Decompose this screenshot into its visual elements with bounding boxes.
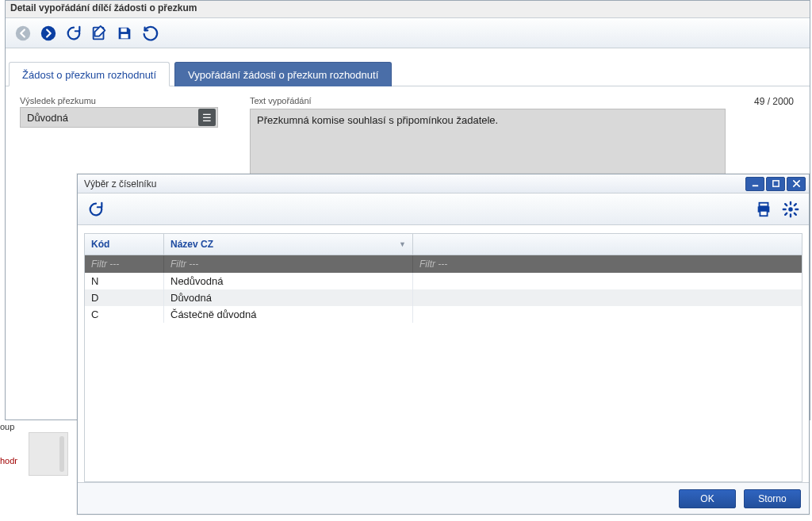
print-button[interactable] (753, 199, 774, 220)
maximize-button[interactable] (766, 177, 785, 191)
table-row[interactable]: D Důvodná (85, 289, 802, 306)
grid-body: N Nedůvodná D Důvodná C Částečně důvodná (85, 273, 802, 481)
main-toolbar (6, 18, 810, 48)
result-label: Výsledek přezkumu (20, 96, 218, 105)
text-field-group: Text vypořádání 49 / 2000 Přezkumná komi… (250, 96, 795, 175)
cell-name: Částečně důvodná (164, 306, 413, 323)
cell-blank (413, 273, 802, 289)
close-button[interactable] (787, 177, 806, 191)
dialog-footer: OK Storno (78, 482, 809, 514)
undo-button[interactable] (139, 22, 161, 44)
background-fragment: hodn (0, 456, 17, 467)
tab-strip: Žádost o přezkum rozhodnutí Vypořádání ž… (6, 61, 810, 86)
column-header-name-label: Název CZ (170, 239, 213, 250)
tab-settlement[interactable]: Vypořádání žádosti o přezkum rozhodnutí (174, 62, 392, 86)
result-field[interactable]: Důvodná ☰ (20, 107, 218, 128)
svg-rect-9 (760, 210, 767, 215)
minimize-button[interactable] (745, 177, 764, 191)
forward-button[interactable] (37, 22, 59, 44)
svg-point-10 (788, 207, 793, 212)
back-button[interactable] (12, 22, 34, 44)
svg-rect-4 (121, 33, 128, 37)
cell-code: C (85, 306, 164, 323)
table-row[interactable]: N Nedůvodná (85, 273, 802, 289)
svg-rect-6 (772, 181, 778, 186)
filter-row: Filtr --- Filtr --- Filtr --- (85, 255, 802, 273)
filter-name-input[interactable]: Filtr --- (164, 255, 413, 273)
svg-point-0 (16, 25, 30, 40)
window-title: Detail vypořádání dílčí žádosti o přezku… (6, 1, 810, 18)
cell-blank (413, 306, 802, 323)
svg-rect-3 (121, 28, 126, 32)
result-value: Důvodná (27, 112, 68, 124)
cell-blank (413, 289, 802, 306)
form-area: Výsledek přezkumu Důvodná ☰ Text vypořád… (6, 86, 810, 175)
lookup-open-button[interactable]: ☰ (198, 109, 216, 126)
sort-indicator-icon: ▼ (399, 240, 406, 248)
column-header-blank (413, 234, 802, 255)
save-button[interactable] (113, 22, 136, 44)
ok-button[interactable]: OK (679, 489, 736, 508)
dialog-titlebar: Výběr z číselníku (78, 174, 809, 193)
table-row[interactable]: C Částečně důvodná (85, 306, 802, 323)
column-header-code-label: Kód (91, 239, 109, 250)
result-field-group: Výsledek přezkumu Důvodná ☰ (20, 96, 218, 175)
cell-code: N (85, 273, 164, 289)
dialog-toolbar (78, 193, 809, 225)
edit-button[interactable] (88, 22, 110, 44)
dialog-title: Výběr z číselníku (84, 178, 156, 190)
tab-request[interactable]: Žádost o přezkum rozhodnutí (9, 62, 170, 86)
filter-blank-input[interactable]: Filtr --- (413, 255, 802, 273)
char-counter: 49 / 2000 (754, 96, 795, 107)
settings-button[interactable] (780, 199, 801, 220)
lookup-grid: Kód Název CZ ▼ Filtr --- Filtr --- Filtr… (84, 233, 802, 482)
cell-name: Důvodná (164, 289, 413, 306)
lookup-dialog: Výběr z číselníku Kód (77, 174, 810, 515)
refresh-button[interactable] (63, 22, 85, 44)
svg-rect-5 (752, 185, 757, 186)
svg-rect-7 (760, 202, 768, 206)
cell-code: D (85, 289, 164, 306)
background-fragment: oup (0, 422, 17, 433)
dialog-refresh-button[interactable] (86, 199, 106, 220)
svg-point-1 (41, 25, 56, 40)
text-label: Text vypořádání (250, 96, 312, 105)
settlement-textarea[interactable]: Přezkumná komise souhlasí s připomínkou … (250, 109, 726, 175)
column-header-name[interactable]: Název CZ ▼ (164, 234, 413, 255)
background-scroll-thumb (29, 432, 68, 476)
column-header-code[interactable]: Kód (85, 234, 164, 255)
grid-header-row: Kód Název CZ ▼ (85, 234, 802, 255)
cell-name: Nedůvodná (164, 273, 413, 289)
cancel-button[interactable]: Storno (744, 489, 801, 508)
filter-code-input[interactable]: Filtr --- (85, 255, 164, 273)
